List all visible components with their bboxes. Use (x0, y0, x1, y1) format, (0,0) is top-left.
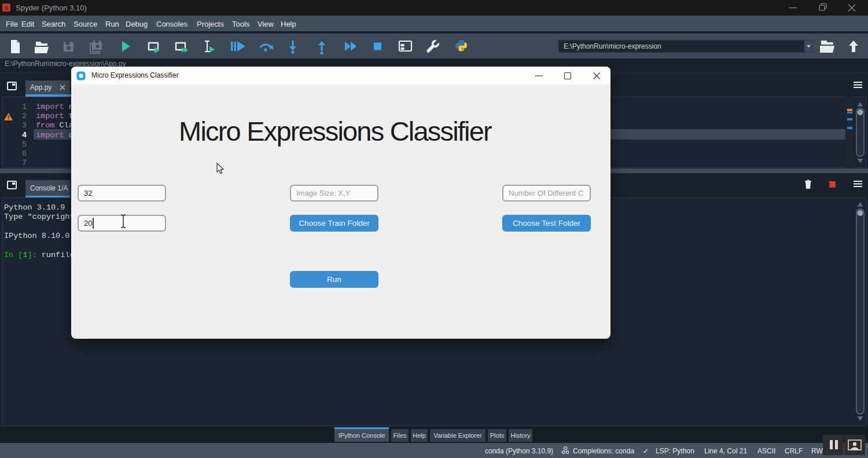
svg-text:S: S (5, 5, 8, 11)
